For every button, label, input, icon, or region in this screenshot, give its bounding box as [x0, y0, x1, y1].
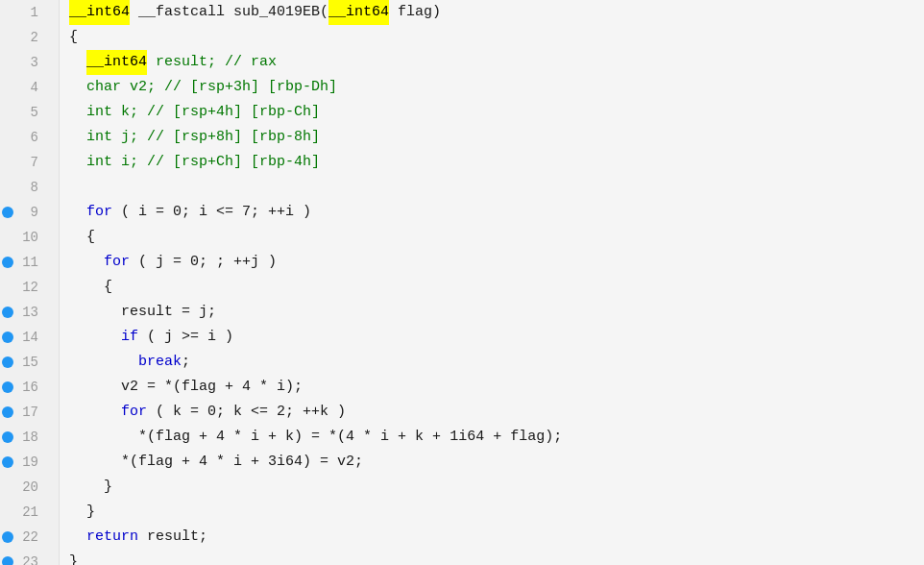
code-line: int i; // [rsp+Ch] [rbp-4h]: [69, 150, 924, 175]
code-token: [69, 250, 104, 275]
code-line: }: [69, 550, 924, 565]
line-number: 11: [15, 250, 38, 275]
breakpoint-dot: [2, 456, 13, 468]
gutter-row: 3: [0, 50, 51, 75]
code-token: ; ; ++j ): [199, 250, 277, 275]
gutter-row: 6: [0, 125, 51, 150]
code-token: + flag);: [484, 425, 562, 450]
breakpoint-col[interactable]: [0, 531, 15, 543]
code-line: {: [69, 275, 924, 300]
breakpoint-dot: [2, 257, 13, 268]
gutter-row: 8: [0, 175, 51, 200]
code-token: ) = v2;: [303, 450, 363, 475]
line-gutter: 1234567891011121314151617181920212223: [0, 0, 60, 565]
code-token: [69, 400, 121, 425]
code-token: *(flag +: [69, 450, 199, 475]
code-token: int k; // [rsp+4h] [rbp-Ch]: [69, 100, 320, 125]
line-number: 23: [15, 550, 38, 565]
code-token: ( j =: [130, 250, 190, 275]
gutter-row: 5: [0, 100, 51, 125]
code-token: char v2; // [rsp+3h] [rbp-Dh]: [69, 75, 337, 100]
breakpoint-dot: [2, 307, 13, 318]
code-line: {: [69, 225, 924, 250]
code-token: 1i64: [450, 425, 484, 450]
breakpoint-col[interactable]: [0, 207, 15, 218]
breakpoint-dot: [2, 381, 13, 393]
code-token: *(flag +: [69, 425, 216, 450]
line-number: 21: [15, 500, 38, 525]
code-token: ( i =: [112, 200, 173, 225]
code-line: break;: [69, 350, 924, 375]
gutter-row: 7: [0, 150, 51, 175]
code-token: result = j;: [69, 300, 216, 325]
gutter-row: 13: [0, 300, 51, 325]
gutter-row: 17: [0, 400, 51, 425]
line-number: 20: [15, 475, 38, 500]
code-line: for ( k = 0; k <= 2; ++k ): [69, 400, 924, 425]
breakpoint-col[interactable]: [0, 406, 15, 418]
code-token: v2 = *(flag +: [69, 375, 242, 400]
code-token: [69, 325, 121, 350]
line-number: 18: [15, 425, 38, 450]
gutter-row: 15: [0, 350, 51, 375]
code-token: 0: [190, 250, 199, 275]
code-token: ; i <=: [182, 200, 242, 225]
code-token: ( k =: [147, 400, 207, 425]
code-line: }: [69, 500, 924, 525]
gutter-row: 10: [0, 225, 51, 250]
gutter-row: 22: [0, 525, 51, 550]
code-token: break: [138, 350, 182, 375]
breakpoint-dot: [2, 356, 13, 368]
breakpoint-dot: [2, 556, 13, 565]
code-token: __int64: [69, 0, 130, 25]
line-number: 2: [15, 25, 38, 50]
line-number: 16: [15, 375, 38, 400]
code-token: for: [121, 400, 147, 425]
code-token: 2: [277, 400, 285, 425]
code-token: 4: [216, 425, 225, 450]
line-number: 17: [15, 400, 38, 425]
code-area: __int64 __fastcall sub_4019EB(__int64 fl…: [60, 0, 924, 565]
code-line: int j; // [rsp+8h] [rbp-8h]: [69, 125, 924, 150]
breakpoint-col[interactable]: [0, 431, 15, 443]
line-number: 6: [15, 125, 38, 150]
breakpoint-col[interactable]: [0, 456, 15, 468]
line-number: 7: [15, 150, 38, 175]
code-token: * i + k +: [354, 425, 450, 450]
code-token: * i);: [251, 375, 303, 400]
code-token: 4: [346, 425, 354, 450]
line-number: 8: [15, 175, 38, 200]
code-line: char v2; // [rsp+3h] [rbp-Dh]: [69, 75, 924, 100]
code-line: __int64 __fastcall sub_4019EB(__int64 fl…: [69, 0, 924, 25]
line-number: 13: [15, 300, 38, 325]
code-token: 7: [242, 200, 251, 225]
code-token: for: [86, 200, 112, 225]
breakpoint-col[interactable]: [0, 556, 15, 565]
line-number: 3: [15, 50, 38, 75]
gutter-row: 2: [0, 25, 51, 50]
gutter-row: 11: [0, 250, 51, 275]
breakpoint-col[interactable]: [0, 332, 15, 343]
code-token: ; ++i ): [251, 200, 311, 225]
code-line: __int64 result; // rax: [69, 50, 924, 75]
code-token: ;: [182, 350, 190, 375]
code-token: result;: [138, 525, 207, 550]
code-token: }: [69, 550, 78, 565]
line-number: 22: [15, 525, 38, 550]
code-token: __fastcall sub_4019EB(: [130, 0, 328, 25]
code-line: int k; // [rsp+4h] [rbp-Ch]: [69, 100, 924, 125]
breakpoint-col[interactable]: [0, 307, 15, 318]
gutter-row: 23: [0, 550, 51, 565]
code-token: 3i64: [268, 450, 303, 475]
breakpoint-col[interactable]: [0, 381, 15, 393]
gutter-row: 18: [0, 425, 51, 450]
code-editor: 1234567891011121314151617181920212223 __…: [0, 0, 924, 565]
code-line: if ( j >= i ): [69, 325, 924, 350]
breakpoint-col[interactable]: [0, 356, 15, 368]
breakpoint-col[interactable]: [0, 257, 15, 268]
code-line: for ( i = 0; i <= 7; ++i ): [69, 200, 924, 225]
line-number: 9: [15, 200, 38, 225]
line-number: 1: [15, 0, 38, 25]
line-number: 5: [15, 100, 38, 125]
code-line: {: [69, 25, 924, 50]
